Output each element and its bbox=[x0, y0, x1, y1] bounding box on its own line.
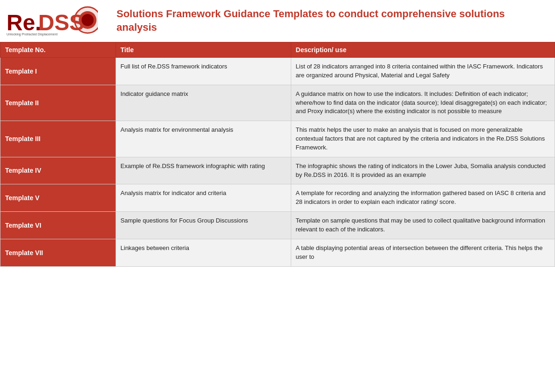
desc-cell: List of 28 indicators arranged into 8 cr… bbox=[291, 58, 555, 85]
template-cell: Template III bbox=[0, 121, 116, 157]
desc-cell: Template on sample questions that may be… bbox=[291, 212, 555, 239]
table-row: Template VIILinkages between criteriaA t… bbox=[0, 239, 555, 266]
title-cell: Full list of Re.DSS framework indicators bbox=[116, 58, 291, 85]
template-cell: Template VI bbox=[0, 212, 116, 239]
main-table: Template No. Title Description/ use Temp… bbox=[0, 42, 555, 267]
title-cell: Linkages between criteria bbox=[116, 239, 291, 266]
template-cell: Template VII bbox=[0, 239, 116, 266]
header-title-area: Solutions Framework Guidance Templates t… bbox=[107, 7, 548, 34]
svg-text:Unlocking Protracted Displacem: Unlocking Protracted Displacement bbox=[7, 33, 57, 36]
title-cell: Example of Re.DSS framework infographic … bbox=[116, 157, 291, 184]
table-row: Template IIIndicator guidance matrixA gu… bbox=[0, 85, 555, 121]
template-cell: Template I bbox=[0, 58, 116, 85]
page-wrapper: Re. DSS Unlocking Protracted Displacemen… bbox=[0, 0, 555, 392]
logo: Re. DSS Unlocking Protracted Displacemen… bbox=[5, 6, 98, 36]
title-cell: Sample questions for Focus Group Discuss… bbox=[116, 212, 291, 239]
title-cell: Indicator guidance matrix bbox=[116, 85, 291, 121]
desc-cell: A guidance matrix on how to use the indi… bbox=[291, 85, 555, 121]
desc-cell: A template for recording and analyzing t… bbox=[291, 184, 555, 212]
template-cell: Template IV bbox=[0, 157, 116, 184]
template-cell: Template II bbox=[0, 85, 116, 121]
col-header-desc: Description/ use bbox=[291, 42, 555, 58]
desc-cell: The infographic shows the rating of indi… bbox=[291, 157, 555, 184]
table-row: Template VAnalysis matrix for indicator … bbox=[0, 184, 555, 212]
logo-area: Re. DSS Unlocking Protracted Displacemen… bbox=[5, 6, 107, 36]
title-cell: Analysis matrix for environmental analys… bbox=[116, 121, 291, 157]
svg-point-5 bbox=[82, 14, 94, 26]
page-title: Solutions Framework Guidance Templates t… bbox=[116, 7, 548, 34]
desc-cell: A table displaying potential areas of in… bbox=[291, 239, 555, 266]
col-header-title: Title bbox=[116, 42, 291, 58]
table-header-row: Template No. Title Description/ use bbox=[0, 42, 555, 58]
table-row: Template VISample questions for Focus Gr… bbox=[0, 212, 555, 239]
col-header-template: Template No. bbox=[0, 42, 116, 58]
svg-text:Re.: Re. bbox=[7, 10, 41, 35]
table-row: Template IVExample of Re.DSS framework i… bbox=[0, 157, 555, 184]
table-row: Template IFull list of Re.DSS framework … bbox=[0, 58, 555, 85]
title-cell: Analysis matrix for indicator and criter… bbox=[116, 184, 291, 212]
desc-cell: This matrix helps the user to make an an… bbox=[291, 121, 555, 157]
header: Re. DSS Unlocking Protracted Displacemen… bbox=[0, 0, 555, 42]
table-row: Template IIIAnalysis matrix for environm… bbox=[0, 121, 555, 157]
template-cell: Template V bbox=[0, 184, 116, 212]
